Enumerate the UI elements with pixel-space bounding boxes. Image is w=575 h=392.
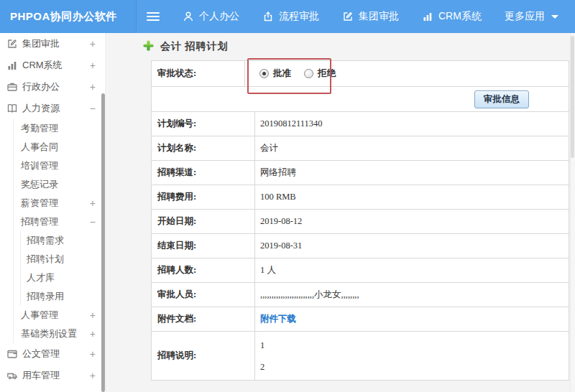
expand-toggle[interactable]: +	[90, 349, 96, 359]
sidebar-submenu-recruitment: 招聘需求 招聘计划 人才库 招聘录用	[20, 231, 106, 306]
attachment-download-link[interactable]: 附件下载	[260, 314, 296, 324]
recruit-note-label: 招聘说明:	[152, 332, 255, 381]
sidebar-item-label: 招聘管理	[21, 215, 58, 228]
nav-group-approval[interactable]: 集团审批	[342, 10, 399, 23]
document-icon	[6, 348, 18, 360]
expand-toggle[interactable]: +	[90, 198, 96, 208]
sidebar-item-label: 用车管理	[22, 369, 60, 382]
sidebar-item-label: 人力资源	[22, 102, 60, 115]
approve-radio[interactable]	[259, 69, 269, 78]
sidebar-item-talent-pool[interactable]: 人才库	[21, 269, 106, 287]
headcount-label: 招聘人数:	[152, 258, 255, 283]
table-row: 招聘费用: 100 RMB	[152, 185, 569, 210]
table-row: 招聘人数: 1 人	[152, 258, 569, 283]
expand-toggle[interactable]: +	[90, 39, 96, 49]
sidebar-item-label: 公文管理	[22, 347, 60, 360]
expand-toggle[interactable]: +	[90, 310, 96, 320]
topbar: PHPOA协同办公软件 个人办公 流程审批	[0, 0, 575, 33]
sidebar-item-attendance[interactable]: 考勤管理	[14, 119, 106, 138]
sidebar-item-recruit-demand[interactable]: 招聘需求	[21, 231, 106, 250]
recruit-channel-value: 网络招聘	[255, 161, 569, 185]
approve-radio-label[interactable]: 批准	[273, 67, 291, 80]
table-row: 计划名称: 会计	[152, 136, 569, 161]
sidebar-item-recruit-plan[interactable]: 招聘计划	[21, 250, 106, 269]
collapse-toggle[interactable]: −	[90, 217, 96, 227]
caret-down-icon	[551, 15, 558, 19]
sidebar-item-training[interactable]: 培训管理	[14, 157, 106, 175]
nav-label: CRM系统	[438, 10, 482, 23]
sidebar-item-crm[interactable]: CRM系统 +	[0, 55, 106, 76]
plan-name-label: 计划名称:	[152, 136, 255, 161]
sidebar-item-label: 招聘录用	[27, 290, 64, 303]
recruit-cost-label: 招聘费用:	[152, 185, 255, 210]
menu-toggle-icon[interactable]	[147, 10, 160, 23]
approvers-value: ,,,,,,,,,,,,,,,,,,,,,,,,小龙女,,,,,,,,	[255, 283, 569, 307]
content-scrollbar[interactable]	[570, 33, 575, 392]
expand-toggle[interactable]: +	[90, 60, 96, 70]
expand-toggle[interactable]: +	[90, 82, 96, 92]
start-date-value: 2019-08-12	[255, 210, 569, 234]
sidebar-item-document-mgmt[interactable]: 公文管理 +	[0, 343, 106, 365]
table-row: 计划编号: 20190812111340	[152, 112, 569, 136]
sidebar-item-admin-office[interactable]: 行政办公 +	[0, 76, 106, 98]
approval-info-button[interactable]: 审批信息	[474, 90, 529, 108]
page-title-text: 会计 招聘计划	[160, 40, 229, 53]
sidebar-item-vehicle[interactable]: 用车管理 +	[0, 365, 106, 386]
sidebar-item-base-category[interactable]: 基础类别设置 +	[14, 325, 106, 343]
add-plus-icon[interactable]	[143, 40, 154, 54]
briefcase-icon	[6, 81, 18, 93]
expand-toggle[interactable]: +	[90, 370, 96, 381]
nav-label: 更多应用	[505, 10, 545, 23]
sidebar-item-label: 考勤管理	[21, 122, 58, 135]
sidebar-item-label: 集团审批	[22, 37, 60, 50]
sidebar-item-personnel[interactable]: 人事管理 +	[14, 306, 106, 325]
collapse-toggle[interactable]: −	[90, 103, 96, 113]
bar-chart-icon	[422, 11, 433, 22]
end-date-value: 2019-08-31	[255, 234, 569, 258]
top-nav: 个人办公 流程审批 集团审批 CRM系统	[183, 10, 558, 23]
approval-radio-group: 批准 拒绝	[259, 67, 569, 80]
expand-toggle[interactable]: +	[90, 329, 96, 339]
car-icon	[6, 370, 18, 381]
recruit-plan-table: 计划编号: 20190812111340 计划名称: 会计 招聘渠道: 网络招聘…	[151, 111, 569, 381]
approval-status-value: 批准 拒绝	[245, 61, 569, 87]
edit-square-icon	[342, 11, 354, 22]
main-content: 会计 招聘计划 审批状态: 批准 拒绝 审批信息	[107, 33, 575, 392]
plan-number-label: 计划编号:	[152, 112, 255, 136]
process-icon	[262, 11, 274, 22]
sidebar: 集团审批 + CRM系统 + 行政办公 + 人力资源 − 考勤管理	[0, 33, 106, 392]
nav-personal-office[interactable]: 个人办公	[183, 10, 239, 23]
edit-square-icon	[6, 38, 18, 50]
table-row: 招聘渠道: 网络招聘	[152, 161, 569, 185]
nav-more-apps[interactable]: 更多应用	[505, 10, 558, 23]
sidebar-item-hr-contract[interactable]: 人事合同	[14, 138, 106, 157]
plan-name-value: 会计	[255, 136, 569, 161]
approval-button-row: 审批信息	[152, 87, 569, 112]
app-logo: PHPOA协同办公软件	[0, 0, 137, 33]
end-date-label: 结束日期:	[152, 234, 255, 258]
sidebar-item-label: 人事管理	[21, 309, 58, 322]
sidebar-item-label: 招聘计划	[27, 253, 64, 266]
nav-label: 流程审批	[279, 10, 319, 23]
sidebar-item-salary[interactable]: 薪资管理 +	[14, 194, 106, 213]
sidebar-item-group-approval[interactable]: 集团审批 +	[0, 33, 106, 55]
approvers-label: 审批人员:	[152, 283, 255, 307]
nav-crm[interactable]: CRM系统	[422, 10, 482, 23]
start-date-label: 开始日期:	[152, 210, 255, 234]
sidebar-item-label: 招聘需求	[27, 234, 64, 247]
user-icon	[183, 11, 194, 22]
sidebar-item-rewards[interactable]: 奖惩记录	[14, 175, 106, 194]
approval-status-row: 审批状态: 批准 拒绝	[152, 61, 569, 87]
sidebar-item-recruit-hire[interactable]: 招聘录用	[21, 287, 106, 306]
content-scrollbar-thumb[interactable]	[571, 36, 574, 158]
table-row: 开始日期: 2019-08-12	[152, 210, 569, 234]
page-title: 会计 招聘计划	[107, 33, 575, 60]
nav-process-approval[interactable]: 流程审批	[262, 10, 319, 23]
sidebar-item-recruitment[interactable]: 招聘管理 −	[14, 213, 106, 231]
reject-radio[interactable]	[304, 69, 313, 78]
sidebar-scrollbar-thumb[interactable]	[101, 93, 105, 392]
sidebar-item-hr[interactable]: 人力资源 −	[0, 98, 106, 119]
approval-section: 审批状态: 批准 拒绝 审批信息 计划编号: 2019	[151, 60, 569, 381]
table-row: 招聘说明: 1 2	[152, 332, 569, 381]
reject-radio-label[interactable]: 拒绝	[318, 67, 336, 80]
